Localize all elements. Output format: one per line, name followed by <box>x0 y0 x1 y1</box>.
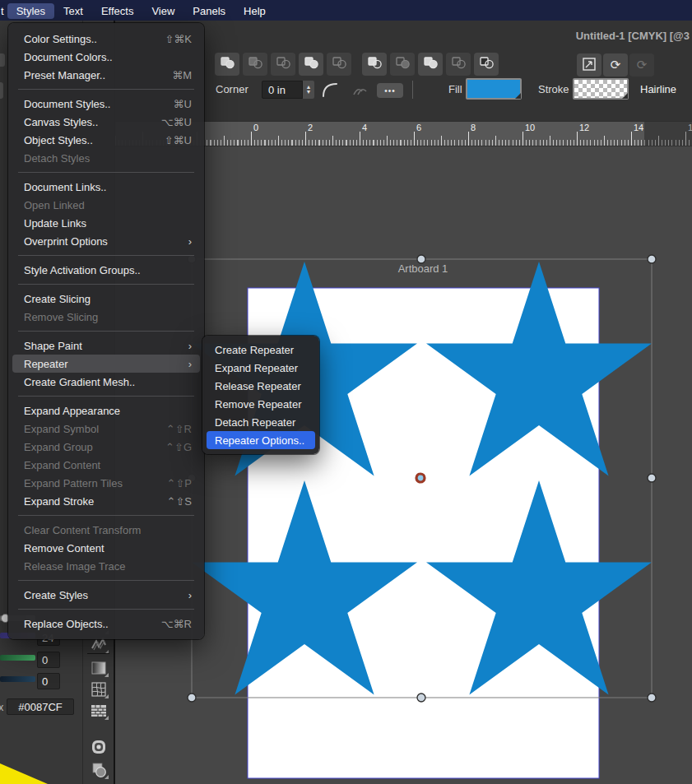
menu-item-expand-appearance[interactable]: Expand Appearance <box>12 401 200 420</box>
menu-item-label: Overprint Options <box>24 235 188 248</box>
menu-item-shortcut: ⇧⌘U <box>165 134 192 146</box>
menu-item-detach-styles: Detach Styles <box>12 149 200 167</box>
submenu-chevron-icon: › <box>188 340 192 352</box>
trim-button[interactable] <box>390 53 415 76</box>
submenu-chevron-icon: › <box>188 358 192 370</box>
selection-handle[interactable] <box>417 694 425 702</box>
menubar-item-panels[interactable]: Panels <box>183 3 235 19</box>
menu-separator <box>18 609 194 610</box>
slider-track[interactable] <box>0 655 35 661</box>
menu-item-update-links[interactable]: Update Links <box>12 214 200 232</box>
hex-value-field[interactable]: #0087CF <box>7 698 74 715</box>
trim-icon <box>394 55 411 73</box>
menu-item-clear-content-transform: Clear Content Transform <box>12 521 200 539</box>
menubar-item-effects[interactable]: Effects <box>92 3 143 19</box>
menu-item-repeater[interactable]: Repeater› <box>12 355 200 373</box>
pattern-tool-icon[interactable] <box>89 701 109 721</box>
subtract-front-button[interactable] <box>243 53 267 76</box>
menu-item-canvas-styles[interactable]: Canvas Styles..⌥⌘U <box>12 113 200 131</box>
corner-label: Corner <box>216 83 248 95</box>
more-options-button[interactable]: ••• <box>377 83 403 98</box>
hex-label: Hex <box>0 702 3 713</box>
menu-item-remove-slicing: Remove Slicing <box>12 308 200 326</box>
menu-item-label: Replace Objects.. <box>24 618 161 630</box>
menu-item-document-links[interactable]: Document Links.. <box>12 178 200 196</box>
submenu-item-detach-repeater[interactable]: Detach Repeater <box>207 413 315 431</box>
selection-handle[interactable] <box>648 694 656 702</box>
menu-item-label: Update Links <box>24 217 192 230</box>
menu-item-create-styles[interactable]: Create Styles› <box>12 586 200 604</box>
menubar-item-text[interactable]: Text <box>54 3 92 19</box>
menu-item-overprint-options[interactable]: Overprint Options› <box>12 232 200 250</box>
menu-item-expand-stroke[interactable]: Expand Stroke⌃⇧S <box>12 492 200 510</box>
ruler-out-of-artboard-zone <box>644 122 692 146</box>
submenu-item-create-repeater[interactable]: Create Repeater <box>207 341 315 359</box>
menubar-item-styles[interactable]: Styles <box>7 3 54 19</box>
menu-item-label: Create Slicing <box>24 293 192 305</box>
menu-item-color-settings[interactable]: Color Settings..⇧⌘K <box>12 30 200 48</box>
menu-item-create-slicing[interactable]: Create Slicing <box>12 290 200 308</box>
sync-transform-button[interactable]: ⟳ <box>603 53 628 77</box>
menu-item-document-styles[interactable]: Document Styles..⌘U <box>12 95 200 113</box>
transform-center-point[interactable] <box>416 474 425 482</box>
gradient-tool-icon[interactable] <box>89 658 109 678</box>
mesh-tool-icon[interactable] <box>89 680 109 699</box>
slider-value-field[interactable]: 0 <box>37 673 60 689</box>
exclude-button[interactable] <box>327 53 351 76</box>
menu-item-label: Detach Styles <box>24 152 192 165</box>
menu-item-remove-content[interactable]: Remove Content <box>12 539 200 557</box>
combine-button[interactable] <box>418 53 443 76</box>
sync-linked-icon: ⟳ <box>637 58 648 72</box>
button-shape-tool-icon[interactable] <box>89 737 109 757</box>
menu-item-label: Remove Slicing <box>24 311 192 323</box>
menu-item-shortcut: ⌘M <box>172 69 192 81</box>
ruler-tick-label: 4 <box>362 123 367 132</box>
submenu-item-remove-repeater[interactable]: Remove Repeater <box>207 395 315 413</box>
submenu-item-expand-repeater[interactable]: Expand Repeater <box>207 359 315 377</box>
divide-icon <box>366 55 383 73</box>
slider-value-field[interactable]: 0 <box>37 652 60 668</box>
resize-artboard-button[interactable] <box>577 53 601 77</box>
stroke-width-value[interactable]: Hairline <box>640 83 676 95</box>
selection-handle[interactable] <box>648 474 656 482</box>
submenu-item-release-repeater[interactable]: Release Repeater <box>207 377 315 395</box>
selection-handle[interactable] <box>648 255 656 263</box>
corner-stepper[interactable]: ▲▼ <box>303 81 314 99</box>
menu-item-open-linked: Open Linked <box>12 196 200 214</box>
ruler-tick-label: 2 <box>308 123 313 132</box>
divide-button[interactable] <box>362 53 387 76</box>
ruler-tick-label: 12 <box>579 123 589 132</box>
menu-item-shape-paint[interactable]: Shape Paint› <box>12 336 200 355</box>
intersect-icon <box>275 55 291 73</box>
fill-swatch[interactable] <box>466 78 522 100</box>
corner-arc-icon[interactable] <box>319 80 341 100</box>
menu-item-label: Document Colors.. <box>24 51 192 63</box>
slider-track[interactable] <box>0 676 35 682</box>
subtract-back-icon <box>478 55 495 73</box>
intersect-button[interactable] <box>271 53 295 76</box>
menu-item-replace-objects[interactable]: Replace Objects..⌥⌘R <box>12 615 200 633</box>
menu-item-create-gradient-mesh[interactable]: Create Gradient Mesh.. <box>12 373 200 391</box>
corner-radius-input[interactable]: 0 in <box>262 81 303 99</box>
menu-item-expand-group: Expand Group⌃⇧G <box>12 438 200 456</box>
sync-transform-icon: ⟳ <box>611 58 621 72</box>
subtract-back-button[interactable] <box>474 53 499 76</box>
layers-stack-tool-icon[interactable] <box>89 760 109 780</box>
union-button[interactable] <box>215 53 239 76</box>
selection-handle[interactable] <box>188 694 196 702</box>
menu-item-style-activation-groups[interactable]: Style Activation Groups.. <box>12 261 200 279</box>
submenu-item-repeater-options[interactable]: Repeater Options.. <box>207 431 315 449</box>
resize-artboard-icon <box>582 57 597 74</box>
menubar-item-help[interactable]: Help <box>235 3 275 19</box>
menu-item-shortcut: ⌥⌘R <box>161 618 192 630</box>
stroke-swatch[interactable] <box>573 78 629 100</box>
cut-button[interactable] <box>446 53 471 76</box>
menu-item-preset-manager[interactable]: Preset Manager..⌘M <box>12 66 200 84</box>
menubar-item-view[interactable]: View <box>142 3 183 19</box>
menubar: tStylesTextEffectsViewPanelsHelp <box>0 0 692 21</box>
menu-item-document-colors[interactable]: Document Colors.. <box>12 48 200 66</box>
menu-item-object-styles[interactable]: Object Styles..⇧⌘U <box>12 131 200 149</box>
menu-separator <box>18 284 194 285</box>
menubar-item-t[interactable]: t <box>0 3 7 19</box>
merge-button[interactable] <box>299 53 323 76</box>
